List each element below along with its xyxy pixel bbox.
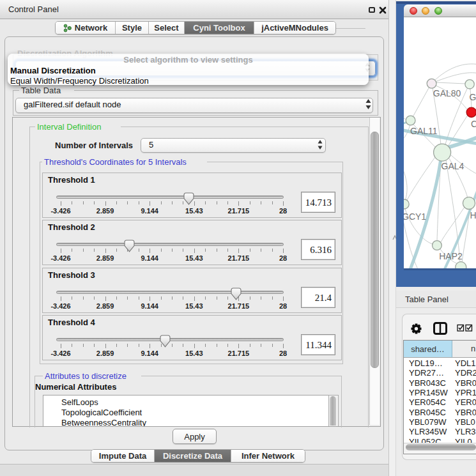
svg-text:C: C	[471, 119, 476, 129]
svg-text:GAL11: GAL11	[410, 126, 438, 136]
svg-text:H: H	[470, 210, 476, 220]
svg-text:HAP2: HAP2	[439, 251, 463, 261]
svg-text:GA: GA	[470, 92, 476, 102]
svg-text:GAL4: GAL4	[441, 161, 464, 171]
svg-text:GAL80: GAL80	[433, 88, 461, 98]
svg-text:GCY1: GCY1	[404, 211, 426, 222]
